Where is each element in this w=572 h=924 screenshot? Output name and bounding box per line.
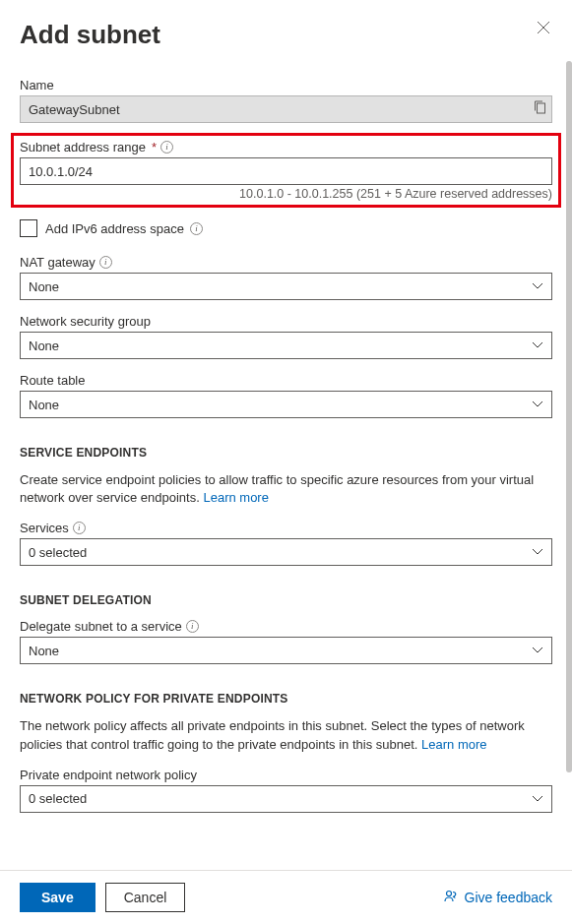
ipv6-checkbox[interactable]: [20, 219, 37, 237]
name-field: Name: [20, 78, 552, 123]
chevron-down-icon: [532, 341, 543, 349]
chevron-down-icon: [532, 282, 543, 290]
info-icon[interactable]: i: [160, 141, 173, 154]
route-table-field: Route table None: [20, 373, 552, 418]
service-endpoints-learn-more[interactable]: Learn more: [203, 490, 268, 505]
route-table-select[interactable]: None: [20, 391, 552, 418]
address-range-highlight: Subnet address range* i 10.0.1.0 - 10.0.…: [11, 133, 561, 208]
nsg-field: Network security group None: [20, 314, 552, 359]
subnet-delegation-heading: SUBNET DELEGATION: [20, 593, 552, 607]
nat-gateway-label: NAT gateway i: [20, 255, 552, 270]
close-icon[interactable]: [533, 16, 552, 41]
chevron-down-icon: [532, 795, 543, 803]
save-button[interactable]: Save: [20, 883, 95, 912]
network-policy-heading: NETWORK POLICY FOR PRIVATE ENDPOINTS: [20, 692, 552, 706]
svg-point-1: [446, 891, 451, 895]
service-endpoints-heading: SERVICE ENDPOINTS: [20, 446, 552, 460]
address-range-label: Subnet address range* i: [20, 140, 552, 154]
chevron-down-icon: [532, 400, 543, 408]
nsg-label: Network security group: [20, 314, 552, 329]
ipv6-row: Add IPv6 address space i: [20, 219, 552, 237]
name-label: Name: [20, 78, 552, 92]
panel-header: Add subnet: [20, 16, 552, 50]
network-policy-desc: The network policy affects all private e…: [20, 717, 552, 753]
ipv6-label: Add IPv6 address space i: [45, 221, 203, 236]
delegation-field: Delegate subnet to a service i None: [20, 619, 552, 664]
give-feedback-link[interactable]: Give feedback: [443, 889, 553, 907]
feedback-icon: [443, 889, 459, 907]
services-select[interactable]: 0 selected: [20, 538, 552, 566]
delegation-label: Delegate subnet to a service i: [20, 619, 552, 634]
cancel-button[interactable]: Cancel: [105, 883, 186, 912]
chevron-down-icon: [532, 548, 543, 556]
private-endpoint-policy-field: Private endpoint network policy 0 select…: [20, 768, 552, 813]
scrollbar[interactable]: [566, 61, 572, 870]
name-input[interactable]: [20, 95, 552, 123]
address-range-input[interactable]: [20, 157, 552, 185]
info-icon[interactable]: i: [190, 222, 203, 235]
panel-title: Add subnet: [20, 16, 160, 50]
panel-body: Add subnet Name Subnet address range* i …: [0, 0, 572, 870]
private-endpoint-policy-label: Private endpoint network policy: [20, 768, 552, 782]
panel-footer: Save Cancel Give feedback: [0, 870, 572, 924]
services-label: Services i: [20, 521, 552, 535]
nsg-select[interactable]: None: [20, 332, 552, 359]
nat-gateway-field: NAT gateway i None: [20, 255, 552, 300]
info-icon[interactable]: i: [99, 256, 112, 269]
services-field: Services i 0 selected: [20, 521, 552, 566]
svg-rect-0: [538, 103, 545, 113]
chevron-down-icon: [532, 647, 543, 654]
route-table-label: Route table: [20, 373, 552, 388]
network-policy-learn-more[interactable]: Learn more: [421, 737, 486, 752]
copy-icon[interactable]: [534, 100, 546, 119]
private-endpoint-policy-select[interactable]: 0 selected: [20, 785, 552, 813]
service-endpoints-desc: Create service endpoint policies to allo…: [20, 471, 552, 507]
info-icon[interactable]: i: [73, 522, 86, 534]
nat-gateway-select[interactable]: None: [20, 273, 552, 300]
delegation-select[interactable]: None: [20, 637, 552, 664]
address-range-hint: 10.0.1.0 - 10.0.1.255 (251 + 5 Azure res…: [20, 187, 552, 201]
info-icon[interactable]: i: [186, 620, 199, 633]
